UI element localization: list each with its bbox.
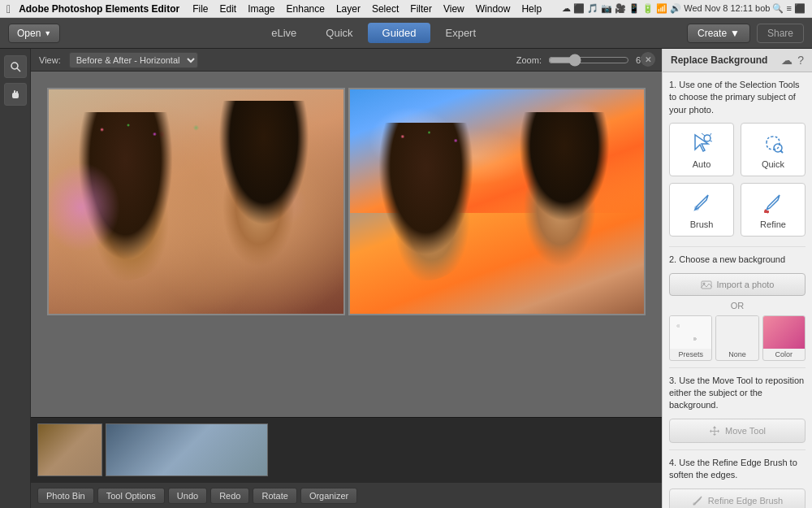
photo-bin-button[interactable]: Photo Bin xyxy=(37,488,94,504)
organizer-button[interactable]: Organizer xyxy=(300,488,357,504)
color-thumbnail xyxy=(763,316,805,349)
auto-tool-icon xyxy=(689,130,715,156)
brush-selection-tool[interactable]: Brush xyxy=(669,183,734,237)
redo-button[interactable]: Redo xyxy=(210,488,249,504)
tab-expert[interactable]: Expert xyxy=(430,23,490,43)
after-photo-panel xyxy=(348,88,646,315)
step2-text: 2. Choose a new background xyxy=(669,254,806,266)
selection-tools-grid: Auto Quick xyxy=(669,123,806,237)
share-button[interactable]: Share xyxy=(757,24,804,43)
open-dropdown-arrow: ▼ xyxy=(44,29,51,37)
zoom-slider[interactable] xyxy=(548,54,629,67)
step3-text: 3. Use the Move Tool to reposition eithe… xyxy=(669,375,806,412)
menu-image[interactable]: Image xyxy=(248,3,274,15)
tab-elive[interactable]: eLive xyxy=(257,23,311,43)
move-tool-button[interactable]: Move Tool xyxy=(669,419,806,443)
none-option[interactable]: None xyxy=(715,315,758,361)
panel-header: Replace Background ☁ ? xyxy=(663,49,812,72)
color-option[interactable]: Color xyxy=(762,315,806,361)
right-panel: Replace Background ☁ ? 1. Use one of the… xyxy=(662,49,812,508)
apple-logo[interactable]:  xyxy=(6,2,11,15)
move-icon xyxy=(709,425,720,436)
svg-point-0 xyxy=(11,63,18,69)
menu-edit[interactable]: Edit xyxy=(219,3,236,15)
move-tool-label: Move Tool xyxy=(725,426,766,436)
background-presets-grid: Presets None Color xyxy=(669,315,806,361)
before-photo-panel xyxy=(47,88,345,315)
svg-rect-4 xyxy=(16,91,18,93)
cloud-icon[interactable]: ☁ xyxy=(781,54,793,67)
canvas-area: View: Before & After - Horizontal Before… xyxy=(31,49,662,508)
close-button[interactable]: ✕ xyxy=(641,52,655,67)
bottom-toolbar: Photo Bin Tool Options Undo Redo Rotate … xyxy=(31,482,662,508)
none-thumbnail xyxy=(716,316,758,349)
create-button[interactable]: Create ▼ xyxy=(687,24,750,43)
create-dropdown-arrow: ▼ xyxy=(730,28,740,39)
menu-items: File Edit Image Enhance Layer Select Fil… xyxy=(192,3,542,15)
panel-title: Replace Background xyxy=(671,54,767,66)
brush-tool-icon xyxy=(689,190,715,216)
mode-tabs: eLive Quick Guided Expert xyxy=(257,23,490,43)
zoom-tool[interactable] xyxy=(4,55,27,78)
svg-line-1 xyxy=(17,68,20,72)
canvas-work-area[interactable] xyxy=(31,72,662,508)
main-content: View: Before & After - Horizontal Before… xyxy=(0,49,812,508)
thumbnail-2[interactable] xyxy=(106,423,268,476)
auto-tool-label: Auto xyxy=(693,159,711,169)
or-divider: OR xyxy=(669,301,806,310)
menu-filter[interactable]: Filter xyxy=(410,3,432,15)
menu-select[interactable]: Select xyxy=(372,3,399,15)
presets-thumbnail xyxy=(670,316,711,349)
menu-view[interactable]: View xyxy=(443,3,464,15)
refine-brush-icon xyxy=(692,495,703,506)
refine-tool-label: Refine xyxy=(760,219,786,229)
import-photo-button[interactable]: Import a photo xyxy=(669,273,806,296)
menu-layer[interactable]: Layer xyxy=(336,3,361,15)
menu-window[interactable]: Window xyxy=(476,3,511,15)
step1-text: 1. Use one of the Selection Tools to cho… xyxy=(669,79,806,116)
undo-button[interactable]: Undo xyxy=(168,488,207,504)
menu-file[interactable]: File xyxy=(192,3,208,15)
brush-tool-label: Brush xyxy=(690,219,714,229)
svg-marker-5 xyxy=(695,135,708,151)
view-mode-select[interactable]: Before & After - Horizontal Before Only … xyxy=(69,52,198,68)
menu-help[interactable]: Help xyxy=(521,3,542,15)
quick-tool-label: Quick xyxy=(762,159,784,169)
auto-selection-tool[interactable]: Auto xyxy=(669,123,734,176)
quick-tool-icon xyxy=(760,130,786,156)
tab-guided[interactable]: Guided xyxy=(368,23,431,43)
refine-selection-tool[interactable]: Refine xyxy=(741,183,806,237)
help-icon[interactable]: ? xyxy=(797,54,804,67)
thumbnail-strip xyxy=(31,417,662,482)
toolbar: Open ▼ eLive Quick Guided Expert Create … xyxy=(0,18,812,49)
hand-icon xyxy=(10,89,21,100)
step4-text: 4. Use the Refine Edge Brush to soften t… xyxy=(669,457,806,482)
presets-option[interactable]: Presets xyxy=(669,315,712,361)
divider-2 xyxy=(669,367,806,368)
svg-point-6 xyxy=(704,135,710,141)
tab-quick[interactable]: Quick xyxy=(311,23,367,43)
none-label: None xyxy=(727,349,748,360)
rotate-button[interactable]: Rotate xyxy=(253,488,296,504)
view-label: View: xyxy=(39,55,61,65)
svg-rect-2 xyxy=(12,93,19,98)
menubar:  Adobe Photoshop Elements Editor File E… xyxy=(0,0,812,18)
tool-options-button[interactable]: Tool Options xyxy=(97,488,165,504)
menubar-icons: ☁ ⬛ 🎵 📷 🎥 📱 🔋 📶 🔊 Wed Nov 8 12:11 bob 🔍 … xyxy=(562,3,806,14)
thumbnail-1[interactable] xyxy=(37,423,102,476)
svg-point-12 xyxy=(694,206,699,211)
refine-edge-label: Refine Edge Brush xyxy=(708,496,783,506)
refine-edge-brush-button[interactable]: Refine Edge Brush xyxy=(669,488,806,508)
svg-rect-14 xyxy=(764,211,769,213)
presets-label: Presets xyxy=(676,349,705,360)
menu-enhance[interactable]: Enhance xyxy=(287,3,325,15)
open-button[interactable]: Open ▼ xyxy=(8,24,60,43)
after-photo xyxy=(350,89,645,314)
zoom-controls: Zoom: 67% xyxy=(516,54,654,67)
quick-selection-tool[interactable]: Quick xyxy=(741,123,806,176)
svg-line-8 xyxy=(710,133,711,136)
menubar-right: ☁ ⬛ 🎵 📷 🎥 📱 🔋 📶 🔊 Wed Nov 8 12:11 bob 🔍 … xyxy=(562,3,806,14)
hand-tool[interactable] xyxy=(4,83,27,106)
svg-line-11 xyxy=(780,150,783,153)
refine-tool-icon xyxy=(760,190,786,216)
